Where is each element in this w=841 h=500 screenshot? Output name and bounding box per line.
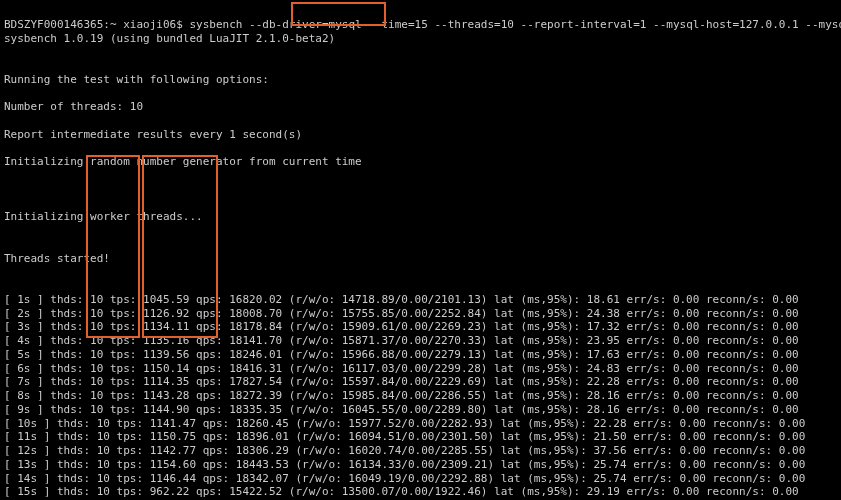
threads-started-line: Threads started! xyxy=(4,252,837,266)
report-row: [ 1s ] thds: 10 tps: 1045.59 qps: 16820.… xyxy=(4,293,837,307)
init-workers-line: Initializing worker threads... xyxy=(4,210,837,224)
report-row: [ 3s ] thds: 10 tps: 1134.11 qps: 18178.… xyxy=(4,320,837,334)
shell-prompt: BDSZYF000146365:~ xiaoji06$ sysbench --d… xyxy=(4,18,841,31)
report-row: [ 6s ] thds: 10 tps: 1150.14 qps: 18416.… xyxy=(4,362,837,376)
report-row: [ 4s ] thds: 10 tps: 1135.16 qps: 18141.… xyxy=(4,334,837,348)
report-row: [ 9s ] thds: 10 tps: 1144.90 qps: 18335.… xyxy=(4,403,837,417)
prompt-text: BDSZYF000146365:~ xiaoji06$ xyxy=(4,18,189,31)
report-row: [ 11s ] thds: 10 tps: 1150.75 qps: 18396… xyxy=(4,430,837,444)
threads-line: Number of threads: 10 xyxy=(4,100,837,114)
report-row: [ 8s ] thds: 10 tps: 1143.28 qps: 18272.… xyxy=(4,389,837,403)
report-row: [ 10s ] thds: 10 tps: 1141.47 qps: 18260… xyxy=(4,417,837,431)
command-text: sysbench --db-driver=mysql --time=15 --t… xyxy=(189,18,841,31)
report-row: [ 12s ] thds: 10 tps: 1142.77 qps: 18306… xyxy=(4,444,837,458)
report-block: [ 1s ] thds: 10 tps: 1045.59 qps: 16820.… xyxy=(4,293,837,499)
report-row: [ 15s ] thds: 10 tps: 962.22 qps: 15422.… xyxy=(4,485,837,499)
report-row: [ 5s ] thds: 10 tps: 1139.56 qps: 18246.… xyxy=(4,348,837,362)
version-line: sysbench 1.0.19 (using bundled LuaJIT 2.… xyxy=(4,32,837,46)
report-interval-line: Report intermediate results every 1 seco… xyxy=(4,128,837,142)
options-header: Running the test with following options: xyxy=(4,73,837,87)
report-row: [ 2s ] thds: 10 tps: 1126.92 qps: 18008.… xyxy=(4,307,837,321)
terminal[interactable]: BDSZYF000146365:~ xiaoji06$ sysbench --d… xyxy=(0,0,841,500)
rng-line: Initializing random number generator fro… xyxy=(4,155,837,169)
report-row: [ 7s ] thds: 10 tps: 1114.35 qps: 17827.… xyxy=(4,375,837,389)
report-row: [ 13s ] thds: 10 tps: 1154.60 qps: 18443… xyxy=(4,458,837,472)
report-row: [ 14s ] thds: 10 tps: 1146.44 qps: 18342… xyxy=(4,472,837,486)
